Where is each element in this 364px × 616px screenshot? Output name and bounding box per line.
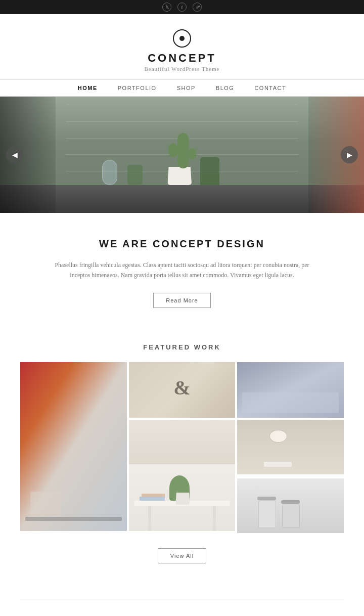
nav-shop[interactable]: SHOP (177, 85, 196, 91)
nav-contact[interactable]: CONTACT (254, 85, 286, 91)
site-subtitle: Beautiful WordPress Theme (10, 66, 354, 72)
hero-slider: ◀ ▶ (0, 97, 364, 213)
facebook-icon[interactable]: f (177, 3, 187, 12)
portfolio-col-mid: & (129, 362, 236, 533)
view-all-button[interactable]: View All (158, 548, 206, 563)
hero-prev-button[interactable]: ◀ (6, 146, 23, 163)
about-heading: WE ARE CONCEPT DESIGN (51, 238, 313, 250)
main-nav: HOME PORTFOLIO SHOP BLOG CONTACT (0, 79, 364, 97)
featured-heading: FEATURED WORK (20, 343, 344, 351)
site-title: CONCEPT (10, 52, 354, 65)
site-header: CONCEPT Beautiful WordPress Theme (0, 14, 364, 79)
portfolio-grid: & (20, 362, 344, 533)
logo-icon[interactable] (173, 29, 191, 48)
portfolio-item-tins[interactable] (237, 478, 344, 533)
nav-portfolio[interactable]: PORTFOLIO (118, 85, 157, 91)
nav-home[interactable]: HOME (78, 85, 98, 91)
portfolio-item-ampersand[interactable]: & (129, 362, 236, 418)
portfolio-col-right (237, 362, 344, 533)
twitter-icon[interactable]: 𝕏 (162, 3, 171, 12)
view-all-wrap: View All (20, 533, 344, 579)
top-bar: 𝕏 f 𝒫 (0, 0, 364, 14)
read-more-button[interactable]: Read More (153, 293, 210, 308)
footer-widgets: FOOTER WIDGETS Phasellus fringilla vehic… (0, 599, 364, 616)
featured-section: FEATURED WORK & (0, 328, 364, 599)
hero-next-button[interactable]: ▶ (341, 146, 358, 163)
portfolio-item-plant-table[interactable] (129, 420, 236, 531)
portfolio-item-pillows[interactable] (237, 362, 344, 418)
about-body: Phasellus fringilla vehicula egestas. Cl… (51, 260, 313, 281)
pinterest-icon[interactable]: 𝒫 (193, 3, 202, 12)
portfolio-item-coffee[interactable] (237, 420, 344, 474)
nav-blog[interactable]: BLOG (216, 85, 235, 91)
about-section: WE ARE CONCEPT DESIGN Phasellus fringill… (0, 213, 364, 328)
portfolio-col-left (20, 362, 127, 533)
portfolio-item-desk[interactable] (20, 362, 127, 531)
